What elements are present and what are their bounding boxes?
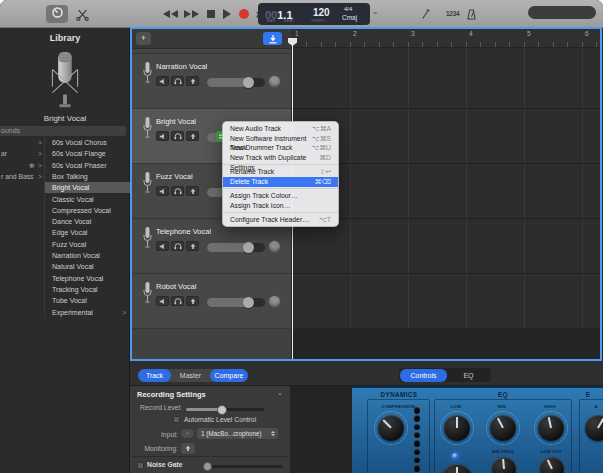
menu-item-configure-track-header[interactable]: Configure Track Header…⌥T	[223, 215, 338, 225]
record-button[interactable]	[239, 9, 249, 19]
list-item[interactable]: Natural Vocal	[45, 261, 130, 272]
list-item[interactable]: Tracking Vocal	[45, 284, 130, 295]
volume-thumb[interactable]	[243, 242, 254, 253]
record-level-thumb[interactable]	[217, 405, 227, 415]
menu-item-new-drummer-track[interactable]: New Drummer Track⌥⌘U	[223, 143, 338, 153]
list-item[interactable]: 60s Vocal Phaser	[45, 160, 130, 171]
chevron-right-icon: >	[38, 160, 42, 171]
tab-master[interactable]: Master	[171, 369, 210, 382]
menu-item-delete-track[interactable]: Delete Track⌘⌫	[223, 177, 338, 187]
bar-number: 6	[585, 30, 589, 37]
input-monitoring-button[interactable]	[186, 76, 199, 86]
list-item[interactable]: Dance Vocal	[45, 216, 130, 227]
input-monitoring-button[interactable]	[186, 241, 199, 251]
input-monitoring-button[interactable]	[186, 296, 199, 306]
tuner-button[interactable]	[420, 6, 431, 24]
mute-button[interactable]	[156, 131, 169, 141]
monitoring-label: Monitoring:	[134, 445, 178, 452]
count-in-button[interactable]: 1234	[446, 10, 459, 17]
library-category[interactable]: r and Bass>	[0, 171, 44, 182]
play-button[interactable]	[223, 9, 231, 19]
tab-compare[interactable]: Compare	[210, 369, 248, 382]
forward-button[interactable]	[184, 10, 199, 18]
tab-controls[interactable]: Controls	[400, 369, 447, 382]
list-item[interactable]: Fuzz Vocal	[45, 239, 130, 250]
track-row[interactable]: Robot Vocal	[130, 273, 291, 328]
stop-button[interactable]	[207, 10, 215, 18]
compression-knob[interactable]	[378, 415, 404, 441]
rewind-button[interactable]	[163, 10, 178, 18]
editors-button[interactable]	[76, 7, 89, 25]
catch-playhead-button[interactable]	[263, 32, 282, 45]
solo-button[interactable]	[171, 241, 184, 251]
power-led[interactable]	[452, 453, 458, 459]
mute-button[interactable]	[156, 241, 169, 251]
list-item[interactable]: 60s Vocal Chorus	[45, 137, 130, 148]
tab-track[interactable]: Track	[138, 369, 171, 382]
library-category[interactable]: ⊕>	[0, 160, 44, 171]
list-item[interactable]: Compressed Vocal	[45, 205, 130, 216]
menu-item-new-software-instrument-track[interactable]: New Software Instrument Track⌥⌘S	[223, 134, 338, 144]
input-select[interactable]: 1 (MacBo...crophone)	[197, 428, 278, 439]
volume-thumb[interactable]	[243, 297, 254, 308]
monitoring-button[interactable]	[181, 443, 195, 454]
bar-number: 1	[295, 30, 299, 37]
input-monitoring-button[interactable]	[186, 131, 199, 141]
pan-knob[interactable]	[268, 75, 281, 88]
lcd-chevron-down-icon[interactable]: ⌄	[372, 7, 379, 16]
list-item[interactable]: Telephone Vocal	[45, 273, 130, 284]
high-knob[interactable]	[538, 415, 564, 441]
input-monitoring-button[interactable]	[186, 186, 199, 196]
noise-gate-checkbox[interactable]	[137, 462, 144, 469]
menu-item-new-track-duplicate-settings[interactable]: New Track with Duplicate Settings⌘D	[223, 153, 338, 163]
lcd-beat-label: BEAT	[284, 19, 294, 23]
collapse-chevron-icon[interactable]: ⌄	[277, 389, 283, 397]
list-item[interactable]: Tube Vocal	[45, 295, 130, 306]
solo-button[interactable]	[171, 186, 184, 196]
list-item-selected[interactable]: Bright Vocal	[45, 182, 130, 193]
menu-item-assign-track-icon[interactable]: Assign Track Icon…	[223, 201, 338, 211]
list-item[interactable]: Edge Vocal	[45, 227, 130, 238]
list-item[interactable]: Narration Vocal	[45, 250, 130, 261]
lcd-display[interactable]: 001.1 BAR BEAT 120 TEMPO 4/4 Cmaj	[258, 3, 370, 25]
auto-level-checkbox[interactable]	[173, 416, 180, 423]
metronome-button[interactable]	[466, 7, 477, 25]
chevron-right-icon: >	[38, 171, 42, 182]
library-category[interactable]: ar>	[0, 148, 44, 159]
track-row[interactable]: Narration Vocal	[130, 53, 291, 108]
solo-button[interactable]	[171, 131, 184, 141]
mute-button[interactable]	[156, 296, 169, 306]
mid-knob[interactable]	[490, 415, 516, 441]
track-mic-icon	[143, 226, 152, 254]
noise-gate-thumb[interactable]	[203, 462, 212, 471]
pan-knob[interactable]	[268, 295, 281, 308]
bar-number: 2	[353, 30, 357, 37]
list-item[interactable]: Classic Vocal	[45, 194, 130, 205]
tuner-icon	[420, 6, 431, 23]
master-volume-slider[interactable]	[528, 6, 596, 19]
pan-knob[interactable]	[268, 240, 281, 253]
tab-eq[interactable]: EQ	[447, 369, 490, 382]
speaker-icon	[159, 188, 167, 195]
solo-button[interactable]	[171, 296, 184, 306]
library-category[interactable]: >	[0, 137, 44, 148]
list-item[interactable]: Experimental	[45, 307, 130, 318]
menu-item-assign-track-colour[interactable]: Assign Track Colour…	[223, 191, 338, 201]
list-item[interactable]: 60s Vocal Flange	[45, 148, 130, 159]
monitoring-icon	[184, 445, 192, 452]
list-item[interactable]: Box Talking	[45, 171, 130, 182]
mute-button[interactable]	[156, 76, 169, 86]
menu-item-rename-track[interactable]: Rename Track⇧↩	[223, 167, 338, 177]
add-track-button[interactable]: +	[136, 32, 151, 45]
library-search-input[interactable]: ounds	[0, 126, 126, 136]
volume-thumb[interactable]	[243, 77, 254, 88]
input-format-button[interactable]: ○	[181, 429, 194, 438]
low-knob[interactable]	[444, 415, 470, 441]
noise-gate-slider[interactable]	[205, 465, 283, 468]
mute-button[interactable]	[156, 186, 169, 196]
menu-item-new-audio-track[interactable]: New Audio Track⌥⌘A	[223, 124, 338, 134]
lcd-tempo-label: TEMPO	[311, 19, 325, 23]
scissors-icon	[76, 7, 89, 24]
solo-button[interactable]	[171, 76, 184, 86]
smart-controls-button[interactable]	[46, 5, 68, 23]
